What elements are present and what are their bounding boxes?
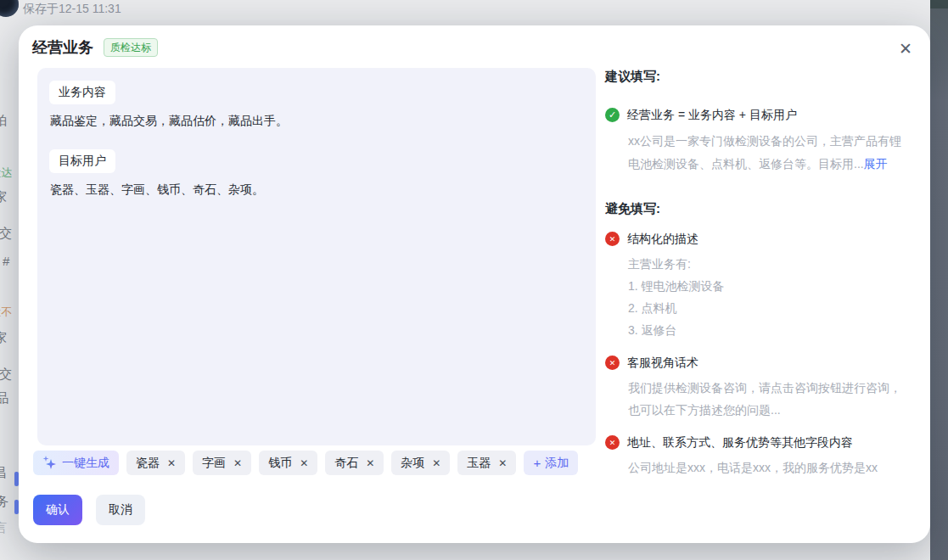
bg-text-fragment: 家 xyxy=(0,189,7,205)
check-circle-icon: ✓ xyxy=(605,108,620,122)
avoid-item-line: 2. 点料机 xyxy=(628,297,917,319)
avoid-item-line: 3. 返修台 xyxy=(628,319,917,341)
tag-chip: 杂项 ✕ xyxy=(391,451,450,475)
avoid-item-title: 结构化的描述 xyxy=(627,230,698,248)
avoid-item-line: 1. 锂电池检测设备 xyxy=(628,275,917,297)
confirm-button[interactable]: 确认 xyxy=(33,495,82,525)
dialog-actions: 确认 取消 xyxy=(33,495,145,525)
bg-text-fragment: 务 xyxy=(0,494,8,510)
field-value-target-users[interactable]: 瓷器、玉器、字画、钱币、奇石、杂项。 xyxy=(50,181,584,198)
suggestion-description: xx公司是一家专门做检测设备的公司，主营产品有锂电池检测设备、点料机、返修台等。… xyxy=(628,130,912,176)
avoid-item-line: 主营业务有: xyxy=(628,253,917,275)
dialog-header: 经营业务 质检达标 xyxy=(32,37,158,58)
tag-chip: 瓷器 ✕ xyxy=(126,451,185,475)
tag-remove-icon[interactable]: ✕ xyxy=(432,458,440,468)
cross-circle-icon: ✕ xyxy=(605,356,620,370)
business-content-editor[interactable]: 业务内容 藏品鉴定，藏品交易，藏品估价，藏品出手。 目标用户 瓷器、玉器、字画、… xyxy=(37,68,596,445)
avoid-heading: 避免填写: xyxy=(605,200,917,217)
suggest-heading: 建议填写: xyxy=(605,68,917,85)
suggestion-item: ✓ 经营业务 = 业务内容 + 目标用户 xyxy=(605,106,917,124)
tag-chip: 钱币 ✕ xyxy=(259,451,317,475)
cross-circle-icon: ✕ xyxy=(605,232,620,246)
tag-chip: 字画 ✕ xyxy=(193,451,251,475)
field-label-target-users: 目标用户 xyxy=(49,149,115,173)
sparkle-icon xyxy=(42,456,57,470)
tag-label: 钱币 xyxy=(268,456,292,471)
avoid-item-line: 也可以在下方描述您的问题... xyxy=(628,399,917,421)
avoid-item-line: 我们提供检测设备咨询，请点击咨询按钮进行咨询， xyxy=(628,377,917,399)
tag-remove-icon[interactable]: ✕ xyxy=(366,458,374,468)
tag-remove-icon[interactable]: ✕ xyxy=(498,458,507,468)
tag-chip: 奇石 ✕ xyxy=(325,451,384,475)
add-tag-button[interactable]: + 添加 xyxy=(524,451,578,475)
avoid-item-title: 客服视角话术 xyxy=(627,354,698,372)
avoid-item-line: 公司地址是xxx，电话是xxx，我的服务优势是xx xyxy=(628,456,917,479)
bg-right-panel-top xyxy=(930,0,948,8)
bg-text-fragment: 品 xyxy=(0,390,8,406)
avoid-item: ✕ 地址、联系方式、服务优势等其他字段内容 公司地址是xxx，电话是xxx，我的… xyxy=(605,434,917,479)
plus-icon: + xyxy=(533,456,541,469)
tag-remove-icon[interactable]: ✕ xyxy=(233,458,242,468)
tag-label: 字画 xyxy=(202,456,226,471)
suggestion-title: 经营业务 = 业务内容 + 目标用户 xyxy=(627,106,797,124)
bg-text-fragment: # xyxy=(3,254,9,268)
bg-text-fragment: 交 xyxy=(0,226,12,242)
avoid-item: ✕ 客服视角话术 我们提供检测设备咨询，请点击咨询按钮进行咨询， 也可以在下方描… xyxy=(605,354,917,421)
tag-chip: 玉器 ✕ xyxy=(457,451,516,475)
bg-badge-fragment: 检达 xyxy=(0,165,12,181)
save-status-text: 保存于12-15 11:31 xyxy=(23,2,121,17)
cancel-button[interactable]: 取消 xyxy=(96,495,145,525)
tag-label: 奇石 xyxy=(334,456,358,471)
one-click-generate-label: 一键生成 xyxy=(62,456,109,471)
one-click-generate-button[interactable]: 一键生成 xyxy=(33,451,119,475)
tags-row: 一键生成 瓷器 ✕ 字画 ✕ 钱币 ✕ 奇石 ✕ 杂项 ✕ xyxy=(33,451,578,475)
tag-label: 瓷器 xyxy=(136,456,160,471)
expand-link[interactable]: 展开 xyxy=(864,157,888,171)
tag-remove-icon[interactable]: ✕ xyxy=(300,458,308,468)
bg-text-fragment: 言 xyxy=(0,520,7,536)
avatar xyxy=(0,0,19,17)
field-value-business-content[interactable]: 藏品鉴定，藏品交易，藏品估价，藏品出手。 xyxy=(50,112,584,129)
bg-right-panel xyxy=(930,0,948,560)
bg-badge-fragment: 检不 xyxy=(0,305,12,320)
close-icon[interactable]: ✕ xyxy=(895,37,917,59)
dialog-title: 经营业务 xyxy=(32,37,93,58)
add-tag-label: 添加 xyxy=(545,456,569,471)
tag-label: 杂项 xyxy=(401,456,424,471)
field-label-business-content: 业务内容 xyxy=(49,81,115,104)
avoid-item-title: 地址、联系方式、服务优势等其他字段内容 xyxy=(627,434,853,451)
writing-guide-panel: 建议填写: ✓ 经营业务 = 业务内容 + 目标用户 xx公司是一家专门做检测设… xyxy=(605,68,917,479)
bg-text-fragment: 拍 xyxy=(0,113,7,129)
bg-text-fragment: 昌 xyxy=(0,465,7,481)
business-edit-dialog: 经营业务 质检达标 ✕ 业务内容 藏品鉴定，藏品交易，藏品估价，藏品出手。 目标… xyxy=(19,25,930,543)
suggestion-description-text: xx公司是一家专门做检测设备的公司，主营产品有锂电池检测设备、点料机、返修台等。… xyxy=(628,134,901,171)
tag-remove-icon[interactable]: ✕ xyxy=(167,458,176,468)
bg-text-fragment: 交 xyxy=(0,367,12,383)
tag-label: 玉器 xyxy=(467,456,491,471)
quality-pass-badge: 质检达标 xyxy=(104,38,158,57)
avoid-item: ✕ 结构化的描述 主营业务有: 1. 锂电池检测设备 2. 点料机 3. 返修台 xyxy=(605,230,917,341)
bg-text-fragment: 家 xyxy=(0,330,7,346)
page: 保存于12-15 11:31 拍 检达 家 交 # 检不 家 交 品 昌 务 言… xyxy=(0,0,948,560)
cross-circle-icon: ✕ xyxy=(605,435,620,450)
